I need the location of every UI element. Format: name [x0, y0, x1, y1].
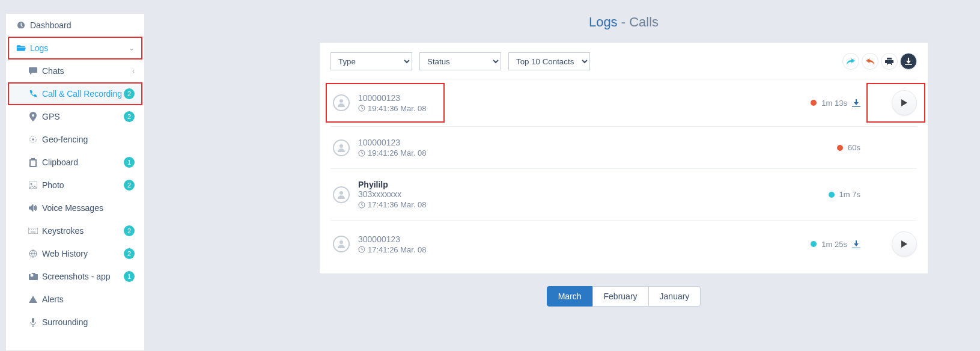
contact-name: 100000123 [358, 138, 837, 147]
sidebar-item-gps[interactable]: GPS 2 [6, 105, 144, 128]
svg-point-11 [339, 191, 343, 195]
sidebar-item-dashboard[interactable]: Dashboard [6, 14, 144, 37]
call-info: 100000123 19:41:36 Mar. 08 [358, 93, 811, 113]
sidebar-item-keystrokes[interactable]: Keystrokes 2 [6, 219, 144, 242]
globe-icon [26, 249, 40, 258]
play-button[interactable] [892, 231, 917, 257]
call-time: 19:41:36 Mar. 08 [358, 104, 811, 113]
call-meta: 1m 13s [811, 99, 860, 108]
svg-point-7 [339, 99, 343, 103]
map-pin-icon [26, 112, 40, 121]
filter-status[interactable]: Status [419, 52, 501, 70]
svg-point-1 [32, 138, 34, 141]
filter-type[interactable]: Type [330, 52, 412, 70]
contact-name: Phyililp [358, 180, 829, 189]
title-accent: Logs [589, 14, 618, 29]
call-time: 17:41:36 Mar. 08 [358, 200, 829, 209]
call-row[interactable]: 100000123 19:41:26 Mar. 08 60s [330, 127, 917, 169]
warning-icon [26, 296, 40, 304]
chevron-left-icon: ‹ [132, 67, 135, 75]
call-time: 17:41:26 Mar. 08 [358, 245, 811, 254]
filter-top-contacts[interactable]: Top 10 Contacts [508, 52, 590, 70]
duration: 1m 7s [839, 190, 860, 199]
chevron-down-icon: ⌄ [129, 44, 135, 52]
count-badge: 2 [124, 225, 135, 236]
svg-point-9 [339, 144, 343, 148]
sidebar-item-chats[interactable]: Chats ‹ [6, 60, 144, 82]
sidebar-item-geofencing[interactable]: Geo-fencing [6, 128, 144, 151]
sidebar-item-logs[interactable]: Logs ⌄ [6, 37, 144, 60]
mic-icon [26, 318, 40, 327]
call-time: 19:41:26 Mar. 08 [358, 148, 837, 157]
avatar-icon [333, 186, 350, 203]
sidebar-item-alerts[interactable]: Alerts [6, 288, 144, 311]
duration: 60s [848, 143, 860, 152]
call-info: 100000123 19:41:26 Mar. 08 [358, 138, 837, 157]
contact-name: 100000123 [358, 93, 811, 103]
contact-name: 300000123 [358, 234, 811, 244]
calls-panel: Type Status Top 10 Contacts [319, 42, 928, 274]
month-tab[interactable]: March [547, 286, 593, 307]
sidebar-label: Dashboard [30, 20, 135, 30]
reply-button[interactable] [862, 53, 878, 70]
clipboard-icon [26, 158, 40, 167]
sidebar-label: Photo [42, 180, 124, 190]
sidebar-item-clipboard[interactable]: Clipboard 1 [6, 151, 144, 174]
svg-point-3 [31, 183, 32, 185]
phone-icon [26, 90, 40, 98]
sidebar-label: Alerts [42, 295, 135, 304]
svg-rect-4 [28, 228, 38, 234]
call-info: Phyililp 303xxxxxxx 17:41:36 Mar. 08 [358, 180, 829, 209]
sidebar-item-web-history[interactable]: Web History 2 [6, 242, 144, 265]
call-meta: 1m 25s [811, 240, 860, 249]
sidebar-label: Logs [30, 43, 129, 53]
month-tab[interactable]: January [648, 286, 701, 307]
folder-open-icon [14, 44, 28, 52]
camera-icon [26, 273, 40, 280]
month-tab[interactable]: February [592, 286, 649, 307]
sidebar-label: Geo-fencing [42, 135, 135, 144]
sidebar-item-call-recording[interactable]: Call & Call Recording 2 [6, 82, 144, 105]
count-badge: 2 [124, 248, 135, 259]
sidebar-item-voice[interactable]: Voice Messages [6, 197, 144, 219]
count-badge: 2 [124, 180, 135, 191]
export-button[interactable] [842, 53, 859, 70]
sidebar-item-surrounding[interactable]: Surrounding [6, 311, 144, 334]
download-icon[interactable] [852, 99, 860, 107]
sidebar-label: Web History [42, 249, 124, 258]
photo-icon [26, 182, 40, 189]
call-row[interactable]: Phyililp 303xxxxxxx 17:41:36 Mar. 08 1m … [330, 169, 917, 221]
keyboard-icon [26, 228, 40, 234]
count-badge: 2 [124, 88, 135, 99]
geofence-icon [26, 135, 40, 144]
status-dot-icon [811, 100, 817, 106]
clock-icon [358, 105, 365, 112]
print-button[interactable] [881, 53, 898, 70]
call-row[interactable]: 300000123 17:41:26 Mar. 08 1m 25s [330, 221, 917, 273]
sidebar-label: Clipboard [42, 157, 124, 167]
sidebar-label: Screenshots - app [42, 272, 124, 281]
status-dot-icon [837, 145, 843, 151]
sidebar-item-screenshots[interactable]: Screenshots - app 1 [6, 265, 144, 288]
sidebar-label: Surrounding [42, 317, 135, 327]
play-button[interactable] [892, 90, 917, 115]
sidebar-label: Voice Messages [42, 203, 135, 213]
sidebar-item-photo[interactable]: Photo 2 [6, 174, 144, 197]
svg-point-13 [339, 240, 343, 244]
sidebar-label: Chats [42, 66, 132, 76]
download-icon[interactable] [852, 240, 860, 248]
call-info: 300000123 17:41:26 Mar. 08 [358, 234, 811, 254]
status-dot-icon [829, 192, 835, 198]
chat-icon [26, 67, 40, 75]
clock-icon [358, 201, 365, 209]
status-dot-icon [811, 241, 817, 247]
call-row[interactable]: 100000123 19:41:36 Mar. 08 1m 13s [330, 79, 917, 127]
download-button[interactable] [900, 53, 917, 70]
count-badge: 1 [124, 271, 135, 282]
sidebar-label: GPS [42, 112, 124, 121]
avatar-icon [333, 236, 350, 252]
dashboard-icon [14, 20, 28, 30]
sidebar-label: Call & Call Recording [42, 89, 124, 99]
sidebar: Dashboard Logs ⌄ Chats ‹ Call & Call Rec… [5, 13, 145, 351]
count-badge: 1 [124, 157, 135, 168]
